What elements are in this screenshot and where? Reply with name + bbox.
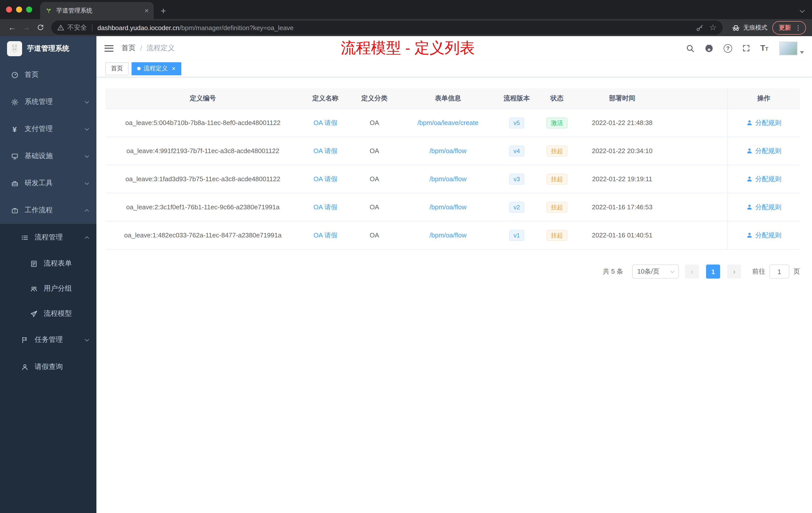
assign-rule-link[interactable]: 分配规则 xyxy=(746,203,781,212)
browser-tab-strip: 芋道管理系统 × + xyxy=(0,0,812,19)
tab-close-icon[interactable]: × xyxy=(145,6,149,14)
sidebar-item-label: 首页 xyxy=(25,70,39,79)
font-size-icon[interactable]: TT xyxy=(760,44,768,52)
app-logo-row[interactable]: 芋道管理系统 xyxy=(0,36,96,61)
goto-page-input[interactable] xyxy=(769,265,789,279)
sidebar-item-devtools[interactable]: 研发工具 xyxy=(0,170,96,197)
security-label: 不安全 xyxy=(67,23,87,32)
password-key-icon[interactable] xyxy=(696,24,703,31)
new-tab-button[interactable]: + xyxy=(161,6,166,16)
version-badge: v5 xyxy=(509,117,524,128)
sidebar-item-process-management[interactable]: 流程管理 xyxy=(0,224,96,251)
browser-menu-icon[interactable]: ⋮ xyxy=(795,24,802,31)
page-content: 定义编号 定义名称 定义分类 表单信息 流程版本 状态 部署时间 操作 oa_l… xyxy=(96,77,812,513)
definition-name-link[interactable]: OA 请假 xyxy=(313,146,337,155)
sidebar-item-payment[interactable]: ¥ 支付管理 xyxy=(0,116,96,143)
address-bar[interactable]: 不安全 dashboard.yudao.iocoder.cn/bpm/manag… xyxy=(51,21,723,35)
tab-search-chevron-icon[interactable] xyxy=(800,8,805,13)
sidebar-item-label: 支付管理 xyxy=(25,124,53,133)
pagination: 共 5 条 10条/页 ‹ 1 › 前往 页 xyxy=(106,265,800,279)
assign-rule-link[interactable]: 分配规则 xyxy=(746,118,781,127)
cell-definition-id: oa_leave:2:3c1f0ef1-76b1-11ec-9c66-a2380… xyxy=(106,193,300,221)
definition-name-link[interactable]: OA 请假 xyxy=(313,231,337,240)
form-info-link[interactable]: /bpm/oa/leave/create xyxy=(417,119,478,126)
col-category: 定义分类 xyxy=(350,88,398,109)
sidebar-item-user-group[interactable]: 用户分组 xyxy=(0,276,96,301)
browser-update-button[interactable]: 更新 ⋮ xyxy=(772,21,806,34)
breadcrumb-home[interactable]: 首页 xyxy=(121,44,136,53)
table-row: oa_leave:3:1fad3d93-7b75-11ec-a3c8-acde4… xyxy=(106,165,800,193)
assign-rule-link[interactable]: 分配规则 xyxy=(746,231,781,240)
window-zoom-button[interactable] xyxy=(26,6,32,12)
forward-button[interactable]: → xyxy=(19,21,33,35)
assign-rule-link[interactable]: 分配规则 xyxy=(746,146,781,155)
fullscreen-icon[interactable] xyxy=(742,44,750,52)
sidebar-item-workflow[interactable]: 工作流程 xyxy=(0,197,96,224)
form-info-link[interactable]: /bpm/oa/flow xyxy=(429,147,466,155)
window-close-button[interactable] xyxy=(6,6,12,12)
page-button-1[interactable]: 1 xyxy=(706,265,720,279)
tag-process-definition[interactable]: 流程定义 × xyxy=(132,62,181,75)
sidebar-item-label: 系统管理 xyxy=(25,97,53,107)
cell-deploy-time: 2022-01-22 19:19:11 xyxy=(578,165,666,193)
briefcase-icon xyxy=(10,207,19,214)
status-badge: 挂起 xyxy=(546,202,568,213)
sidebar-item-leave-query[interactable]: 请假查询 xyxy=(0,353,96,381)
tab-favicon-icon xyxy=(45,7,52,14)
window-controls xyxy=(0,0,37,19)
top-navbar: 首页 / 流程定义 流程模型 - 定义列表 ? TT xyxy=(96,36,812,60)
cell-category: OA xyxy=(350,221,398,249)
chevron-down-icon xyxy=(85,126,89,130)
cell-deploy-time: 2022-01-16 01:40:51 xyxy=(578,221,666,249)
cell-deploy-time: 2022-01-22 21:48:38 xyxy=(578,109,666,137)
version-badge: v2 xyxy=(509,202,524,213)
user-menu[interactable] xyxy=(779,41,804,55)
sidebar-top: 芋道管理系统 首页 系统管理 ¥ 支付管理 xyxy=(0,36,96,224)
definition-name-link[interactable]: OA 请假 xyxy=(313,203,337,212)
window-minimize-button[interactable] xyxy=(16,6,22,12)
next-page-button[interactable]: › xyxy=(727,265,741,279)
browser-tab[interactable]: 芋道管理系统 × xyxy=(40,2,154,19)
sidebar-item-home[interactable]: 首页 xyxy=(0,61,96,88)
yen-icon: ¥ xyxy=(10,125,19,133)
form-info-link[interactable]: /bpm/oa/flow xyxy=(429,203,466,211)
toolbox-icon xyxy=(10,179,19,187)
col-actions: 操作 xyxy=(727,88,800,109)
cell-definition-id: oa_leave:5:004b710b-7b8a-11ec-8ef0-acde4… xyxy=(106,109,300,137)
page-size-select[interactable]: 10条/页 xyxy=(632,265,679,279)
person-icon xyxy=(20,363,29,371)
tag-home[interactable]: 首页 xyxy=(106,62,128,75)
tag-close-icon[interactable]: × xyxy=(172,65,175,72)
sidebar-item-infrastructure[interactable]: 基础设施 xyxy=(0,143,96,170)
cell-category: OA xyxy=(350,193,398,221)
help-icon[interactable]: ? xyxy=(724,44,732,53)
assign-rule-link[interactable]: 分配规则 xyxy=(746,175,781,183)
back-button[interactable]: ← xyxy=(5,21,19,35)
sidebar-item-process-form[interactable]: 流程表单 xyxy=(0,251,96,276)
reload-button[interactable] xyxy=(33,21,47,35)
bookmark-star-icon[interactable]: ☆ xyxy=(709,24,717,32)
search-icon[interactable] xyxy=(686,44,695,53)
github-icon[interactable] xyxy=(704,44,714,53)
definition-table: 定义编号 定义名称 定义分类 表单信息 流程版本 状态 部署时间 操作 oa_l… xyxy=(106,88,800,249)
prev-page-button[interactable]: ‹ xyxy=(685,265,699,279)
chevron-down-icon xyxy=(85,153,89,158)
sidebar-item-label: 工作流程 xyxy=(25,206,53,215)
cell-definition-id: oa_leave:4:991f2193-7b7f-11ec-a3c8-acde4… xyxy=(106,137,300,164)
sidebar-toggle-icon[interactable] xyxy=(105,45,114,52)
sidebar-item-task-management[interactable]: 任务管理 xyxy=(0,326,96,353)
url-text: dashboard.yudao.iocoder.cn/bpm/manager/d… xyxy=(97,24,691,31)
definition-name-link[interactable]: OA 请假 xyxy=(313,118,337,127)
form-info-link[interactable]: /bpm/oa/flow xyxy=(429,175,466,183)
sidebar-item-process-model[interactable]: 流程模型 xyxy=(0,301,96,326)
col-definition-id: 定义编号 xyxy=(106,88,300,109)
col-version: 流程版本 xyxy=(498,88,536,109)
cell-deploy-time: 2022-01-16 17:46:53 xyxy=(578,193,666,221)
sidebar-item-label: 任务管理 xyxy=(35,335,63,344)
goto-label: 前往 xyxy=(752,267,765,276)
definition-name-link[interactable]: OA 请假 xyxy=(313,175,337,183)
chevron-down-icon xyxy=(85,180,89,185)
sidebar-item-system[interactable]: 系统管理 xyxy=(0,88,96,116)
sidebar-item-label: 流程模型 xyxy=(44,309,72,318)
form-info-link[interactable]: /bpm/oa/flow xyxy=(429,232,466,239)
